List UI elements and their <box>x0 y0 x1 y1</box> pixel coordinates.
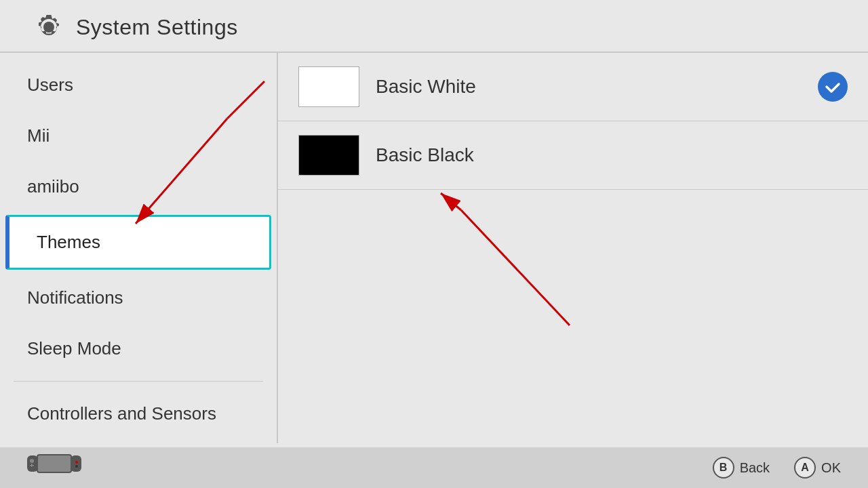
page-title: System Settings <box>76 15 238 40</box>
ok-label: OK <box>821 460 841 476</box>
sidebar-label-notifications: Notifications <box>27 287 123 308</box>
sidebar-label-users: Users <box>27 75 73 95</box>
theme-name-white: Basic White <box>376 76 818 98</box>
svg-point-8 <box>75 465 78 468</box>
sidebar-label-sleep-mode: Sleep Mode <box>27 338 121 359</box>
b-button[interactable]: B <box>713 457 734 479</box>
sidebar-label-controllers: Controllers and Sensors <box>27 403 216 424</box>
sidebar-label-mii: Mii <box>27 125 50 146</box>
svg-point-3 <box>30 459 34 463</box>
ok-control[interactable]: A OK <box>794 457 841 479</box>
theme-item-basic-white[interactable]: Basic White <box>278 53 868 121</box>
sidebar-item-users[interactable]: Users <box>0 60 277 110</box>
main-layout: Users Mii amiibo Themes Notifications Sl… <box>0 53 868 443</box>
sidebar-label-amiibo: amiibo <box>27 176 79 197</box>
sidebar-item-themes[interactable]: Themes <box>5 215 271 270</box>
back-control[interactable]: B Back <box>713 457 770 479</box>
sidebar: Users Mii amiibo Themes Notifications Sl… <box>0 53 278 443</box>
sidebar-item-notifications[interactable]: Notifications <box>0 272 277 323</box>
theme-item-basic-black[interactable]: Basic Black <box>278 121 868 190</box>
checkmark-icon <box>823 77 842 96</box>
svg-point-10 <box>78 463 81 466</box>
header: System Settings <box>0 0 868 53</box>
content-area: Basic White Basic Black <box>278 53 868 443</box>
sidebar-label-themes: Themes <box>37 232 100 252</box>
gear-icon <box>34 12 64 42</box>
back-label: Back <box>740 460 770 476</box>
theme-selected-checkmark <box>818 72 848 102</box>
sidebar-item-amiibo[interactable]: amiibo <box>0 161 277 212</box>
sidebar-item-controllers[interactable]: Controllers and Sensors <box>0 388 277 439</box>
svg-rect-5 <box>31 464 33 467</box>
theme-name-black: Basic Black <box>376 144 848 166</box>
theme-preview-white <box>298 66 359 107</box>
a-button[interactable]: A <box>794 457 816 479</box>
svg-point-7 <box>75 461 78 464</box>
svg-rect-1 <box>38 455 71 472</box>
svg-rect-2 <box>27 455 38 472</box>
theme-preview-black <box>298 135 359 176</box>
sidebar-item-sleep-mode[interactable]: Sleep Mode <box>0 323 277 374</box>
svg-point-9 <box>73 463 75 466</box>
sidebar-item-mii[interactable]: Mii <box>0 110 277 161</box>
switch-console-icon <box>27 451 81 479</box>
bottom-bar: B Back A OK <box>0 447 868 488</box>
sidebar-divider <box>14 381 263 382</box>
